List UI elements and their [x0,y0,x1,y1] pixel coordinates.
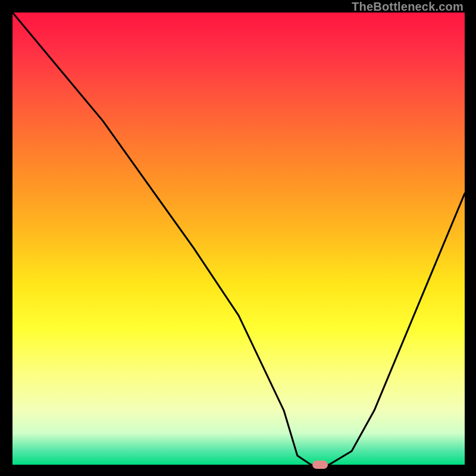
chart-container: TheBottleneck.com [0,0,476,476]
optimal-marker [312,461,328,469]
bottleneck-curve [12,12,465,465]
plot-area [12,12,465,465]
watermark-text: TheBottleneck.com [352,0,464,14]
